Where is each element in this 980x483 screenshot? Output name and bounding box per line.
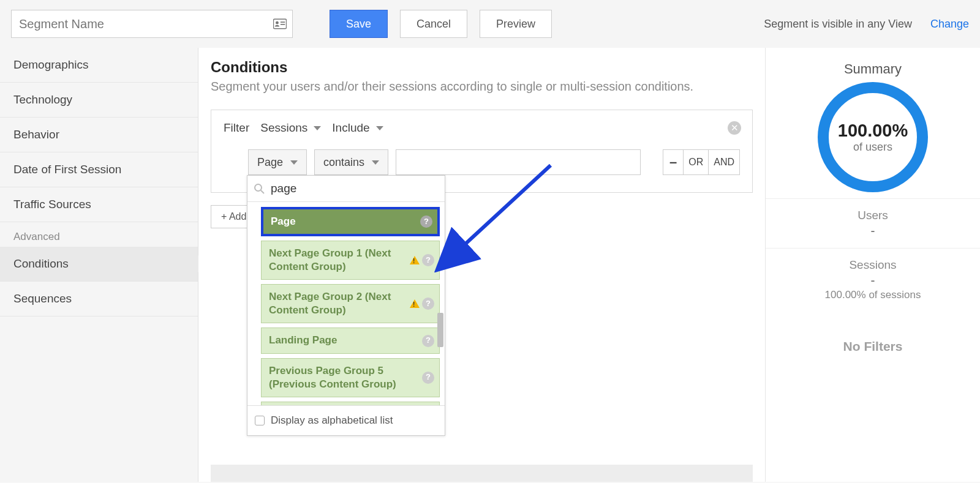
sidebar-item-conditions[interactable]: Conditions	[0, 247, 198, 282]
svg-rect-3	[281, 24, 285, 25]
summary-title: Summary	[766, 61, 980, 77]
dimension-list[interactable]: Page ? Next Page Group 1 (Next Content G…	[247, 202, 445, 405]
dimension-option[interactable]: Next Page Group 2 (Next Content Group) ?	[261, 284, 440, 323]
chevron-down-icon	[376, 126, 383, 130]
remove-filter-icon[interactable]: ✕	[728, 121, 741, 135]
sessions-sub: 100.00% of sessions	[772, 289, 974, 301]
condition-value-input[interactable]	[396, 149, 641, 175]
dimension-dropdown-panel: Page ? Next Page Group 1 (Next Content G…	[247, 175, 445, 436]
sidebar-item-demographics[interactable]: Demographics	[0, 48, 198, 83]
filter-label: Filter	[224, 121, 249, 135]
summary-percent: 100.00%	[838, 121, 908, 141]
visibility-text: Segment is visible in any View	[764, 18, 912, 31]
dimension-selector-value: Page	[257, 156, 283, 169]
main-panel: Conditions Segment your users and/or the…	[198, 48, 766, 482]
page-title: Conditions	[211, 59, 753, 76]
sidebar-item-technology[interactable]: Technology	[0, 83, 198, 118]
summary-donut-label: of users	[853, 141, 892, 154]
page-subtitle: Segment your users and/or their sessions…	[211, 80, 753, 94]
dimension-option[interactable]: Landing Page ?	[261, 328, 440, 353]
scope-dropdown[interactable]: Sessions	[260, 121, 321, 135]
sidebar-item-date-first-session[interactable]: Date of First Session	[0, 152, 198, 187]
dimension-option-label: Next Page Group 2 (Next Content Group)	[269, 291, 391, 316]
bottom-bar	[211, 465, 753, 482]
dimension-option-label: Previous Page Group 5 (Previous Content …	[269, 365, 396, 390]
cancel-button[interactable]: Cancel	[400, 10, 467, 38]
or-button[interactable]: OR	[684, 149, 709, 175]
dimension-option-label: Next Page Group 1 (Next Content Group)	[269, 247, 391, 272]
dimension-option-label: Landing Page	[269, 334, 337, 346]
include-dropdown[interactable]: Include	[332, 121, 383, 135]
save-button[interactable]: Save	[330, 10, 388, 38]
match-type-selector[interactable]: contains	[314, 149, 388, 175]
id-card-icon	[273, 18, 287, 29]
summary-panel: Summary 100.00% of users Users - Session…	[766, 48, 980, 482]
dimension-option[interactable]: Next Page Group 1 (Next Content Group) ?	[261, 241, 440, 280]
alphabetical-checkbox-label: Display as alphabetical list	[271, 414, 393, 427]
no-filters-label: No Filters	[766, 339, 980, 354]
remove-condition-button[interactable]: –	[663, 149, 684, 175]
segment-name-field-wrap	[11, 10, 293, 38]
alphabetical-checkbox[interactable]	[255, 416, 265, 425]
dimension-search-input[interactable]	[247, 176, 445, 201]
svg-point-1	[276, 21, 279, 24]
scope-dropdown-value: Sessions	[260, 121, 307, 135]
condition-logic-group: – OR AND	[663, 149, 740, 175]
dimension-option-page[interactable]: Page ?	[261, 207, 440, 236]
help-icon[interactable]: ?	[422, 298, 434, 310]
svg-rect-2	[281, 21, 285, 23]
dimension-option[interactable]: Previous Page Group 5 (Previous Content …	[261, 358, 440, 397]
users-label: Users	[772, 209, 974, 222]
warning-icon	[410, 256, 420, 264]
chevron-down-icon	[290, 160, 298, 165]
chevron-down-icon	[372, 160, 379, 165]
sessions-label: Sessions	[772, 258, 974, 272]
svg-point-5	[255, 184, 262, 191]
sidebar-item-sequences[interactable]: Sequences	[0, 282, 198, 316]
scrollbar-thumb[interactable]	[437, 313, 443, 347]
dimension-option[interactable]: Previous Page Group 4 (Previous Content …	[261, 402, 440, 405]
top-toolbar: Save Cancel Preview Segment is visible i…	[0, 0, 980, 48]
annotation-arrow-icon	[431, 162, 566, 272]
svg-line-6	[261, 190, 264, 193]
sidebar-advanced-label: Advanced	[0, 222, 198, 247]
help-icon[interactable]: ?	[422, 372, 434, 384]
help-icon[interactable]: ?	[422, 254, 434, 266]
summary-sessions: Sessions - 100.00% of sessions	[766, 248, 980, 311]
and-button[interactable]: AND	[709, 149, 740, 175]
users-value: -	[772, 223, 974, 238]
help-icon[interactable]: ?	[422, 335, 434, 347]
warning-icon	[410, 299, 420, 308]
summary-donut: 100.00% of users	[818, 82, 928, 192]
change-visibility-link[interactable]: Change	[930, 18, 969, 31]
svg-line-4	[456, 165, 551, 253]
sidebar-item-traffic-sources[interactable]: Traffic Sources	[0, 187, 198, 222]
dimension-option-label: Page	[271, 215, 296, 227]
chevron-down-icon	[314, 126, 321, 130]
segment-name-input[interactable]	[11, 10, 293, 38]
sidebar-item-behavior[interactable]: Behavior	[0, 118, 198, 152]
help-icon[interactable]: ?	[420, 215, 432, 228]
sidebar: Demographics Technology Behavior Date of…	[0, 48, 198, 482]
summary-users: Users -	[766, 198, 980, 248]
dimension-selector[interactable]: Page	[248, 149, 307, 175]
include-dropdown-value: Include	[332, 121, 369, 135]
preview-button[interactable]: Preview	[480, 10, 552, 38]
match-type-value: contains	[323, 156, 364, 169]
filter-card: ✕ Filter Sessions Include Page co	[211, 110, 753, 193]
search-icon	[254, 183, 265, 194]
sessions-value: -	[772, 273, 974, 288]
